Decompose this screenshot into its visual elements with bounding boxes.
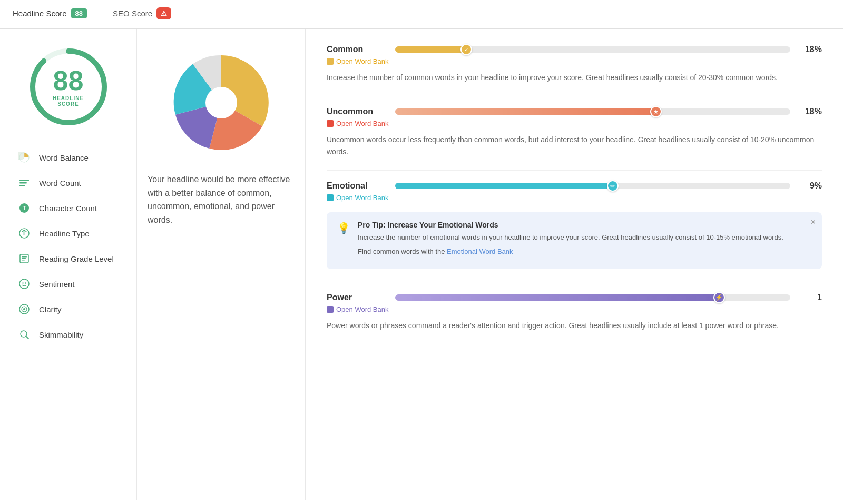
score-inner: 88 HEADLINESCORE xyxy=(53,67,84,107)
power-label: Power xyxy=(327,293,385,302)
power-marker: ⚡ xyxy=(713,292,725,303)
uncommon-bar-fill xyxy=(395,108,656,115)
common-marker: ✓ xyxy=(460,44,472,55)
svg-point-19 xyxy=(23,308,25,310)
power-progress-bar: ⚡ xyxy=(395,294,790,301)
main-container: 88 HEADLINESCORE Word Balance xyxy=(0,29,843,500)
uncommon-pct: 18% xyxy=(801,107,822,116)
svg-rect-11 xyxy=(22,256,27,258)
divider-1 xyxy=(327,96,822,96)
uncommon-label: Uncommon xyxy=(327,107,385,116)
emotional-word-bank-link[interactable]: Emotional Word Bank xyxy=(447,248,513,255)
sidebar-label-headline-type: Headline Type xyxy=(39,229,90,238)
pro-tip-title: Pro Tip: Increase Your Emotional Words xyxy=(358,221,783,229)
power-bar-fill xyxy=(395,294,719,301)
svg-rect-12 xyxy=(22,258,26,259)
common-progress-bar: ✓ xyxy=(395,46,790,53)
svg-line-21 xyxy=(26,337,29,339)
tab-seo-label: SEO Score xyxy=(113,9,152,18)
sidebar-item-skimmability[interactable]: Skimmability xyxy=(11,322,126,347)
emotional-pct: 9% xyxy=(801,181,822,191)
headline-type-icon xyxy=(17,226,32,241)
sidebar-item-clarity[interactable]: Clarity xyxy=(11,297,126,322)
word-type-common: Common ✓ 18% Open Word Bank Increase the… xyxy=(327,45,822,83)
sidebar-item-sentiment[interactable]: Sentiment xyxy=(11,271,126,297)
svg-rect-4 xyxy=(19,182,27,184)
sidebar-label-skimmability: Skimmability xyxy=(39,330,83,339)
power-pct: 1 xyxy=(801,293,822,302)
sidebar-item-word-count[interactable]: Word Count xyxy=(11,170,126,195)
power-header: Power ⚡ 1 xyxy=(327,293,822,302)
uncommon-marker: ★ xyxy=(650,106,662,117)
clarity-icon xyxy=(17,302,32,317)
power-bank-icon xyxy=(327,306,334,313)
uncommon-bank-label: Open Word Bank xyxy=(336,120,388,127)
svg-rect-13 xyxy=(22,260,25,261)
svg-rect-3 xyxy=(19,180,29,181)
emotional-label: Emotional xyxy=(327,181,385,191)
sidebar-label-word-balance: Word Balance xyxy=(39,153,89,162)
tab-seo[interactable]: SEO Score ⚠ xyxy=(100,0,184,28)
pro-tip-inner: 💡 Pro Tip: Increase Your Emotional Words… xyxy=(337,221,811,261)
headline-score-badge: 88 xyxy=(71,8,87,18)
emotional-word-bank[interactable]: Open Word Bank xyxy=(327,194,388,202)
uncommon-header: Uncommon ★ 18% xyxy=(327,107,822,116)
character-icon: T xyxy=(17,201,32,215)
sidebar-label-clarity: Clarity xyxy=(39,305,62,314)
svg-rect-9 xyxy=(23,230,25,235)
uncommon-word-bank[interactable]: Open Word Bank xyxy=(327,120,388,127)
common-label: Common xyxy=(327,45,385,54)
common-desc: Increase the number of common words in y… xyxy=(327,72,822,83)
middle-panel: Your headline would be more effective wi… xyxy=(137,29,306,500)
sidebar-label-word-count: Word Count xyxy=(39,179,81,187)
sentiment-icon xyxy=(17,276,32,291)
common-header: Common ✓ 18% xyxy=(327,45,822,54)
power-word-bank[interactable]: Open Word Bank xyxy=(327,305,388,313)
score-number: 88 xyxy=(53,67,84,94)
uncommon-desc: Uncommon words occur less frequently tha… xyxy=(327,134,822,157)
tabs-container: Headline Score 88 SEO Score ⚠ xyxy=(0,0,843,29)
tab-headline[interactable]: Headline Score 88 xyxy=(0,0,100,28)
balance-text: Your headline would be more effective wi… xyxy=(148,173,295,226)
divider-3 xyxy=(327,282,822,282)
sidebar-label-reading-grade: Reading Grade Level xyxy=(39,254,114,263)
svg-point-16 xyxy=(25,282,26,283)
pro-tip-close-button[interactable]: × xyxy=(811,218,816,227)
emotional-bar-fill xyxy=(395,183,613,189)
emotional-bank-icon xyxy=(327,194,334,201)
word-type-emotional: Emotional ✏ 9% Open Word Bank × 💡 Pro Ti… xyxy=(327,181,822,269)
emotional-header: Emotional ✏ 9% xyxy=(327,181,822,191)
score-label: HEADLINESCORE xyxy=(53,95,84,107)
sidebar-label-sentiment: Sentiment xyxy=(39,280,75,289)
svg-text:T: T xyxy=(23,205,26,211)
sidebar-menu: Word Balance Word Count T xyxy=(0,145,136,347)
pro-tip-box: × 💡 Pro Tip: Increase Your Emotional Wor… xyxy=(327,212,822,269)
common-pct: 18% xyxy=(801,45,822,54)
lines-icon xyxy=(17,175,32,190)
pro-tip-text: Increase the number of emotional words i… xyxy=(358,232,783,243)
skimmability-icon xyxy=(17,327,32,342)
pie-icon xyxy=(17,150,32,165)
common-word-bank[interactable]: Open Word Bank xyxy=(327,57,388,65)
uncommon-bank-icon xyxy=(327,120,334,127)
emotional-progress-bar: ✏ xyxy=(395,183,790,189)
power-desc: Power words or phrases command a reader'… xyxy=(327,320,822,331)
score-circle-container: 88 HEADLINESCORE xyxy=(26,45,111,129)
sidebar-item-reading-grade[interactable]: Reading Grade Level xyxy=(11,246,126,271)
common-bank-label: Open Word Bank xyxy=(336,57,388,65)
svg-point-15 xyxy=(22,282,23,283)
sidebar: 88 HEADLINESCORE Word Balance xyxy=(0,29,137,500)
power-bank-label: Open Word Bank xyxy=(336,305,388,313)
word-type-power: Power ⚡ 1 Open Word Bank Power words or … xyxy=(327,293,822,331)
divider-2 xyxy=(327,170,822,171)
sidebar-item-headline-type[interactable]: Headline Type xyxy=(11,221,126,246)
sidebar-label-character-count: Character Count xyxy=(39,204,97,213)
emotional-marker: ✏ xyxy=(607,180,619,192)
right-panel: Common ✓ 18% Open Word Bank Increase the… xyxy=(306,29,843,500)
lightbulb-icon: 💡 xyxy=(337,222,350,261)
tab-headline-label: Headline Score xyxy=(13,9,67,18)
emotional-bank-label: Open Word Bank xyxy=(336,194,388,202)
sidebar-item-character-count[interactable]: T Character Count xyxy=(11,195,126,221)
score-circle: 88 HEADLINESCORE xyxy=(26,45,111,129)
sidebar-item-word-balance[interactable]: Word Balance xyxy=(11,145,126,170)
